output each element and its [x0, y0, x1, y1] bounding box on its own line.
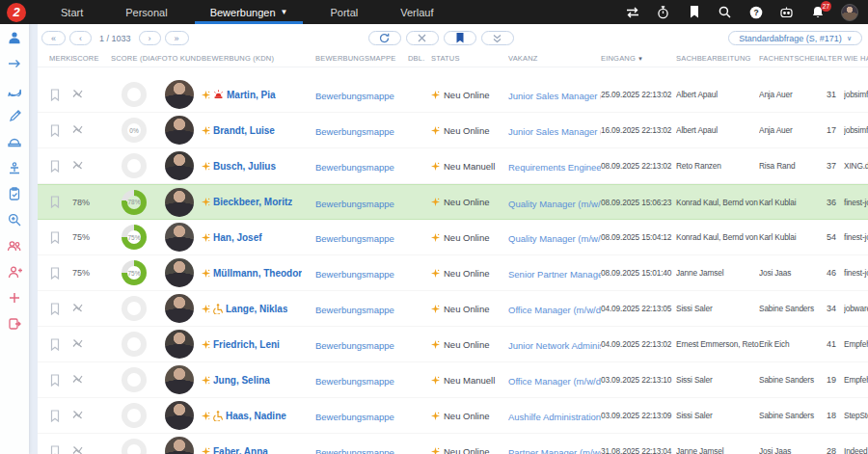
bookmark-toggle[interactable] [38, 124, 72, 137]
close-button[interactable] [406, 31, 439, 45]
table-row[interactable]: 75% 75% Han, Josef Bewerbungsmappe Neu O… [38, 220, 868, 255]
column-header[interactable]: EINGANG▼ [601, 54, 676, 63]
user-avatar[interactable] [841, 4, 858, 21]
table-row[interactable]: 78% 78% Bieckbeer, Moritz Bewerbungsmapp… [38, 184, 868, 220]
candidate-photo[interactable] [157, 294, 202, 323]
vakanz-link[interactable]: Senior Partner Manager (m/v [508, 269, 601, 280]
prev-page-button[interactable]: ‹ [69, 31, 92, 45]
candidate-photo[interactable] [157, 437, 202, 454]
vakanz-link[interactable]: Junior Sales Manager (m/w/d [508, 126, 601, 137]
column-header[interactable]: WIE HABEN [844, 54, 868, 63]
search-plus-icon[interactable] [7, 212, 22, 227]
column-header[interactable]: FACHENTSCHEIDUNG [759, 54, 819, 63]
candidate-photo[interactable] [157, 188, 202, 217]
podium-icon[interactable] [7, 160, 22, 175]
bookmark-toggle[interactable] [38, 303, 72, 315]
notifications-bell-icon[interactable]: 27 [810, 5, 825, 19]
candidate-photo[interactable] [157, 151, 202, 180]
column-header[interactable]: STATUS [431, 54, 508, 63]
bewerbungsmappe-link[interactable]: Bewerbungsmappe [315, 162, 394, 173]
column-header[interactable]: SCORE [72, 54, 111, 63]
table-row[interactable]: Jung, Selina Bewerbungsmappe Neu Manuell… [38, 362, 868, 398]
chat-icon[interactable] [7, 82, 22, 97]
bewerbungsmappe-link[interactable]: Bewerbungsmappe [315, 305, 394, 315]
tab-personal[interactable]: Personal [104, 0, 188, 24]
bewerbungsmappe-link[interactable]: Bewerbungsmappe [315, 199, 394, 209]
table-row[interactable]: Busch, Julius Bewerbungsmappe Neu Manuel… [38, 148, 868, 184]
table-row[interactable]: Faber, Anna Bewerbungsmappe Neu Online P… [38, 434, 868, 454]
bookmark-toggle[interactable] [38, 445, 72, 454]
column-header[interactable]: ALTER [819, 54, 844, 63]
candidate-name-link[interactable]: Jung, Selina [213, 375, 270, 386]
vakanz-link[interactable]: Aushilfe Administration & Of [508, 412, 601, 422]
table-row[interactable]: Martin, Pia Bewerbungsmappe Neu Online J… [38, 77, 868, 113]
column-header[interactable]: BEWERBUNG (KDN) [202, 54, 315, 63]
candidate-photo[interactable] [157, 258, 202, 287]
exit-icon[interactable] [7, 316, 22, 332]
table-row[interactable]: Lange, Niklas Bewerbungsmappe Neu Online… [38, 291, 868, 327]
bookmark-toggle[interactable] [38, 160, 72, 173]
table-row[interactable]: 75% 75% Müllmann, Theodor Bewerbungsmapp… [38, 255, 868, 291]
query-dropdown[interactable]: Standardabfrage (S, #171) ∨ [728, 31, 862, 45]
vakanz-link[interactable]: Junior Network Administrato [508, 340, 601, 351]
candidate-name-link[interactable]: Busch, Julius [213, 161, 276, 172]
double-chevron-down-button[interactable] [481, 31, 514, 45]
bewerbungsmappe-link[interactable]: Bewerbungsmappe [315, 412, 394, 422]
vakanz-link[interactable]: Requirements Engineer (m/w [508, 162, 601, 173]
bookmark-toggle[interactable] [38, 374, 72, 387]
candidate-photo[interactable] [157, 330, 202, 359]
candidate-name-link[interactable]: Martin, Pia [227, 90, 276, 100]
bookmark-toggle[interactable] [38, 267, 72, 280]
candidate-name-link[interactable]: Müllmann, Theodor [213, 268, 302, 279]
tab-bewerbungen[interactable]: Bewerbungen▼ [189, 0, 310, 24]
vakanz-link[interactable]: Junior Sales Manager (m/w/d [508, 91, 601, 101]
first-page-button[interactable]: « [41, 31, 66, 45]
search-icon[interactable] [718, 5, 732, 19]
refresh-button[interactable] [368, 31, 401, 45]
vakanz-link[interactable]: Partner Manager (m/w/d) [508, 447, 601, 454]
bot-icon[interactable] [779, 5, 794, 19]
stopwatch-icon[interactable] [656, 5, 670, 19]
column-header[interactable]: FOTO KUND. [157, 54, 202, 63]
last-page-button[interactable]: » [165, 31, 189, 45]
table-row[interactable]: Haas, Nadine Bewerbungsmappe Neu Online … [38, 398, 868, 434]
bewerbungsmappe-link[interactable]: Bewerbungsmappe [315, 91, 394, 101]
helmet-icon[interactable] [7, 134, 22, 149]
brand-logo[interactable]: 2 [7, 3, 26, 22]
candidate-photo[interactable] [157, 401, 202, 430]
bookmark-toggle[interactable] [38, 89, 72, 101]
pen-icon[interactable] [7, 108, 22, 123]
bewerbungsmappe-link[interactable]: Bewerbungsmappe [315, 233, 394, 244]
arrow-right-icon[interactable] [7, 56, 22, 71]
vakanz-link[interactable]: Office Manager (m/w/d) [508, 305, 601, 315]
candidate-name-link[interactable]: Han, Josef [213, 232, 262, 243]
table-row[interactable]: 0% Brandt, Luise Bewerbungsmappe Neu Onl… [38, 113, 868, 148]
column-header[interactable]: DBL. [408, 54, 431, 63]
bewerbungsmappe-link[interactable]: Bewerbungsmappe [315, 269, 394, 280]
bewerbungsmappe-link[interactable]: Bewerbungsmappe [315, 447, 394, 454]
bookmark-icon[interactable] [687, 5, 701, 19]
candidate-name-link[interactable]: Lange, Niklas [226, 304, 287, 314]
candidate-name-link[interactable]: Bieckbeer, Moritz [213, 197, 292, 207]
tab-portal[interactable]: Portal [309, 0, 379, 24]
bewerbungsmappe-link[interactable]: Bewerbungsmappe [315, 126, 394, 137]
person-add-icon[interactable] [7, 264, 22, 280]
vakanz-link[interactable]: Quality Manager (m/w/d) [508, 199, 601, 209]
vakanz-link[interactable]: Quality Manager (m/w/d) [508, 233, 601, 244]
column-header[interactable]: VAKANZ [508, 54, 601, 63]
tab-start[interactable]: Start [40, 0, 104, 24]
user-icon[interactable] [7, 30, 22, 45]
candidate-photo[interactable] [157, 116, 202, 145]
clipboard-check-icon[interactable] [7, 186, 22, 201]
help-icon[interactable]: ? [748, 5, 763, 19]
table-row[interactable]: Friedrich, Leni Bewerbungsmappe Neu Onli… [38, 327, 868, 362]
plus-icon[interactable] [7, 290, 22, 306]
candidate-name-link[interactable]: Haas, Nadine [226, 411, 286, 421]
column-header[interactable]: SCORE (DIAGRAMM [111, 54, 157, 63]
candidate-photo[interactable] [157, 223, 202, 252]
bookmark-toggle[interactable] [38, 338, 72, 351]
group-icon[interactable] [7, 238, 22, 254]
vakanz-link[interactable]: Office Manager (m/w/d) [508, 376, 601, 387]
bewerbungsmappe-link[interactable]: Bewerbungsmappe [315, 376, 394, 387]
candidate-name-link[interactable]: Faber, Anna [213, 446, 268, 454]
